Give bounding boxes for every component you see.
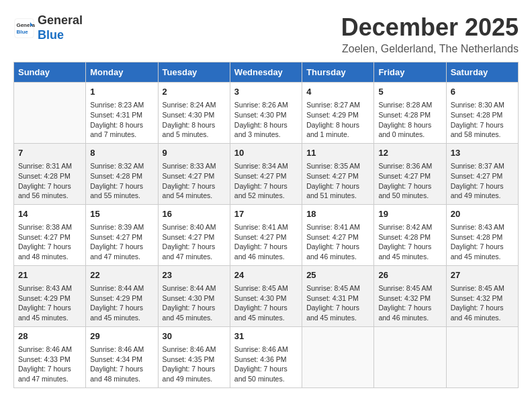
day-info: Sunrise: 8:37 AM Sunset: 4:27 PM Dayligh… (451, 161, 514, 201)
day-number: 9 (163, 147, 226, 159)
day-cell (446, 326, 518, 387)
day-number: 29 (90, 330, 153, 342)
day-cell (374, 326, 446, 387)
day-cell: 3Sunrise: 8:26 AM Sunset: 4:30 PM Daylig… (230, 83, 302, 144)
day-cell: 27Sunrise: 8:45 AM Sunset: 4:32 PM Dayli… (446, 265, 518, 326)
day-cell: 23Sunrise: 8:44 AM Sunset: 4:30 PM Dayli… (158, 265, 230, 326)
day-info: Sunrise: 8:46 AM Sunset: 4:35 PM Dayligh… (163, 345, 226, 384)
column-header-friday: Friday (374, 62, 446, 83)
day-cell: 19Sunrise: 8:42 AM Sunset: 4:28 PM Dayli… (374, 204, 446, 265)
day-info: Sunrise: 8:46 AM Sunset: 4:34 PM Dayligh… (90, 345, 153, 384)
day-info: Sunrise: 8:43 AM Sunset: 4:29 PM Dayligh… (18, 283, 81, 323)
column-header-saturday: Saturday (446, 62, 518, 83)
day-cell: 30Sunrise: 8:46 AM Sunset: 4:35 PM Dayli… (158, 326, 230, 387)
column-header-wednesday: Wednesday (230, 62, 302, 83)
day-info: Sunrise: 8:23 AM Sunset: 4:31 PM Dayligh… (90, 100, 153, 140)
day-number: 13 (451, 147, 514, 159)
day-cell: 25Sunrise: 8:45 AM Sunset: 4:31 PM Dayli… (302, 265, 374, 326)
day-cell: 4Sunrise: 8:27 AM Sunset: 4:29 PM Daylig… (302, 83, 374, 144)
day-number: 10 (234, 147, 298, 159)
day-cell (14, 83, 86, 144)
svg-text:Blue: Blue (16, 29, 28, 35)
day-cell: 29Sunrise: 8:46 AM Sunset: 4:34 PM Dayli… (86, 326, 158, 387)
day-cell: 16Sunrise: 8:40 AM Sunset: 4:27 PM Dayli… (158, 204, 230, 265)
day-info: Sunrise: 8:45 AM Sunset: 4:32 PM Dayligh… (378, 283, 441, 323)
day-info: Sunrise: 8:34 AM Sunset: 4:27 PM Dayligh… (234, 161, 298, 201)
day-info: Sunrise: 8:26 AM Sunset: 4:30 PM Dayligh… (234, 100, 298, 140)
day-cell: 7Sunrise: 8:31 AM Sunset: 4:28 PM Daylig… (14, 143, 86, 204)
day-number: 11 (306, 147, 369, 159)
day-number: 18 (306, 208, 369, 220)
week-row-5: 28Sunrise: 8:46 AM Sunset: 4:33 PM Dayli… (14, 326, 519, 387)
day-info: Sunrise: 8:33 AM Sunset: 4:27 PM Dayligh… (163, 161, 226, 201)
day-cell: 22Sunrise: 8:44 AM Sunset: 4:29 PM Dayli… (86, 265, 158, 326)
day-cell (302, 326, 374, 387)
day-number: 21 (18, 269, 81, 281)
column-header-tuesday: Tuesday (158, 62, 230, 83)
column-header-monday: Monday (86, 62, 158, 83)
day-cell: 9Sunrise: 8:33 AM Sunset: 4:27 PM Daylig… (158, 143, 230, 204)
week-row-4: 21Sunrise: 8:43 AM Sunset: 4:29 PM Dayli… (14, 265, 519, 326)
day-info: Sunrise: 8:45 AM Sunset: 4:32 PM Dayligh… (451, 283, 514, 323)
week-row-1: 1Sunrise: 8:23 AM Sunset: 4:31 PM Daylig… (14, 83, 519, 144)
day-number: 5 (378, 86, 441, 98)
day-cell: 18Sunrise: 8:41 AM Sunset: 4:27 PM Dayli… (302, 204, 374, 265)
column-header-sunday: Sunday (14, 62, 86, 83)
day-info: Sunrise: 8:28 AM Sunset: 4:28 PM Dayligh… (378, 100, 441, 140)
day-number: 22 (90, 269, 153, 281)
day-cell: 5Sunrise: 8:28 AM Sunset: 4:28 PM Daylig… (374, 83, 446, 144)
day-info: Sunrise: 8:46 AM Sunset: 4:36 PM Dayligh… (234, 345, 298, 384)
day-number: 24 (234, 269, 298, 281)
title-block: December 2025 Zoelen, Gelderland, The Ne… (341, 13, 519, 55)
day-info: Sunrise: 8:32 AM Sunset: 4:28 PM Dayligh… (90, 161, 153, 201)
day-cell: 26Sunrise: 8:45 AM Sunset: 4:32 PM Dayli… (374, 265, 446, 326)
day-cell: 13Sunrise: 8:37 AM Sunset: 4:27 PM Dayli… (446, 143, 518, 204)
day-number: 2 (163, 86, 226, 98)
day-cell: 15Sunrise: 8:39 AM Sunset: 4:27 PM Dayli… (86, 204, 158, 265)
logo-blue-text: Blue (38, 28, 83, 43)
day-number: 15 (90, 208, 153, 220)
column-header-thursday: Thursday (302, 62, 374, 83)
logo: General Blue General Blue (13, 13, 83, 42)
day-info: Sunrise: 8:38 AM Sunset: 4:27 PM Dayligh… (18, 222, 81, 262)
day-cell: 2Sunrise: 8:24 AM Sunset: 4:30 PM Daylig… (158, 83, 230, 144)
calendar-header: SundayMondayTuesdayWednesdayThursdayFrid… (14, 62, 519, 83)
day-number: 17 (234, 208, 298, 220)
day-info: Sunrise: 8:27 AM Sunset: 4:29 PM Dayligh… (306, 100, 369, 140)
day-info: Sunrise: 8:41 AM Sunset: 4:27 PM Dayligh… (234, 222, 298, 262)
day-number: 30 (163, 330, 226, 342)
day-number: 12 (378, 147, 441, 159)
day-cell: 14Sunrise: 8:38 AM Sunset: 4:27 PM Dayli… (14, 204, 86, 265)
day-cell: 17Sunrise: 8:41 AM Sunset: 4:27 PM Dayli… (230, 204, 302, 265)
day-info: Sunrise: 8:45 AM Sunset: 4:30 PM Dayligh… (234, 283, 298, 323)
day-cell: 21Sunrise: 8:43 AM Sunset: 4:29 PM Dayli… (14, 265, 86, 326)
week-row-3: 14Sunrise: 8:38 AM Sunset: 4:27 PM Dayli… (14, 204, 519, 265)
day-cell: 1Sunrise: 8:23 AM Sunset: 4:31 PM Daylig… (86, 83, 158, 144)
day-number: 4 (306, 86, 369, 98)
day-number: 19 (378, 208, 441, 220)
day-cell: 11Sunrise: 8:35 AM Sunset: 4:27 PM Dayli… (302, 143, 374, 204)
day-number: 8 (90, 147, 153, 159)
day-info: Sunrise: 8:35 AM Sunset: 4:27 PM Dayligh… (306, 161, 369, 201)
day-number: 31 (234, 330, 298, 342)
day-info: Sunrise: 8:41 AM Sunset: 4:27 PM Dayligh… (306, 222, 369, 262)
day-cell: 8Sunrise: 8:32 AM Sunset: 4:28 PM Daylig… (86, 143, 158, 204)
day-info: Sunrise: 8:44 AM Sunset: 4:30 PM Dayligh… (163, 283, 226, 323)
calendar-title: December 2025 (341, 13, 519, 42)
day-number: 27 (451, 269, 514, 281)
day-info: Sunrise: 8:43 AM Sunset: 4:28 PM Dayligh… (451, 222, 514, 262)
day-number: 6 (451, 86, 514, 98)
day-number: 3 (234, 86, 298, 98)
day-number: 28 (18, 330, 81, 342)
day-cell: 28Sunrise: 8:46 AM Sunset: 4:33 PM Dayli… (14, 326, 86, 387)
calendar-subtitle: Zoelen, Gelderland, The Netherlands (341, 43, 519, 55)
day-info: Sunrise: 8:39 AM Sunset: 4:27 PM Dayligh… (90, 222, 153, 262)
day-cell: 24Sunrise: 8:45 AM Sunset: 4:30 PM Dayli… (230, 265, 302, 326)
day-info: Sunrise: 8:30 AM Sunset: 4:28 PM Dayligh… (451, 100, 514, 140)
day-info: Sunrise: 8:31 AM Sunset: 4:28 PM Dayligh… (18, 161, 81, 201)
day-cell: 10Sunrise: 8:34 AM Sunset: 4:27 PM Dayli… (230, 143, 302, 204)
day-number: 16 (163, 208, 226, 220)
day-number: 26 (378, 269, 441, 281)
day-number: 20 (451, 208, 514, 220)
logo-general-text: General (38, 13, 83, 28)
